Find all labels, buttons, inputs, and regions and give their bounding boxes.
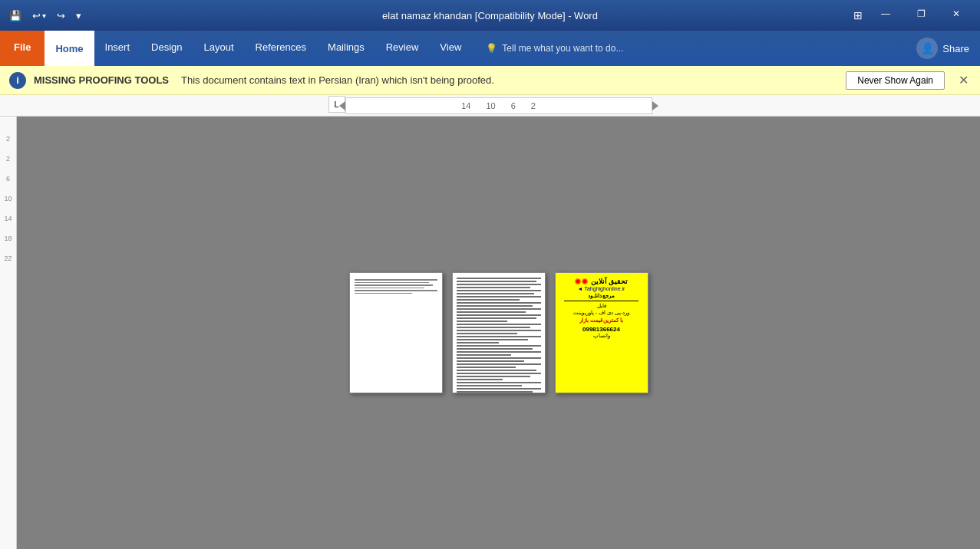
window-title: elat namaz khandan [Compatibility Mode] … xyxy=(382,10,598,21)
text-line xyxy=(457,382,541,383)
title-bar: 💾 ↩ ▾ ↪ ▾ elat namaz khandan [Compatibil… xyxy=(0,0,980,31)
text-line xyxy=(457,299,520,301)
text-line xyxy=(457,308,541,310)
notification-bar: i MISSING PROOFING TOOLS This document c… xyxy=(0,66,980,95)
save-button[interactable]: 💾 xyxy=(6,8,25,23)
tab-review[interactable]: Review xyxy=(375,31,430,66)
text-line xyxy=(457,278,541,279)
text-line xyxy=(457,363,541,365)
page-thumbnail-2 xyxy=(452,272,546,393)
never-show-again-button[interactable]: Never Show Again xyxy=(846,71,945,90)
tab-mailings[interactable]: Mailings xyxy=(317,31,375,66)
text-line xyxy=(457,370,537,371)
text-line xyxy=(457,333,517,334)
text-line xyxy=(457,367,516,368)
text-line xyxy=(457,321,507,322)
quick-access-toolbar: 💾 ↩ ▾ ↪ ▾ xyxy=(6,8,84,23)
tell-me-text: Tell me what you want to do... xyxy=(502,43,623,54)
ad-price-text: با کمترین قیمت بازار xyxy=(579,317,624,324)
text-line xyxy=(457,379,503,380)
text-line xyxy=(457,373,541,374)
tab-design[interactable]: Design xyxy=(140,31,193,66)
notification-close-button[interactable]: ✕ xyxy=(955,73,971,88)
ad-line1: فایل xyxy=(597,303,606,309)
window-controls: — ❐ ✕ xyxy=(868,2,974,25)
text-line xyxy=(457,324,541,325)
page3-ad-content: تحقیق آنلاین Tahghighonline.ir ◄ مرجع دا… xyxy=(556,273,648,393)
text-line xyxy=(457,342,499,344)
notification-title: MISSING PROOFING TOOLS xyxy=(34,74,169,86)
customize-qat-button[interactable]: ▾ xyxy=(73,8,84,23)
page1-content xyxy=(350,273,442,301)
restore-button[interactable]: ❐ xyxy=(903,2,939,25)
info-icon: i xyxy=(9,72,26,89)
text-line xyxy=(457,293,534,294)
ruler-left-marker xyxy=(339,101,345,110)
user-icon: 👤 xyxy=(916,38,938,59)
share-button[interactable]: 👤 Share xyxy=(906,31,980,66)
tab-layout[interactable]: Layout xyxy=(193,31,245,66)
horizontal-ruler: L 14 10 6 2 xyxy=(0,95,980,117)
tab-references[interactable]: References xyxy=(245,31,317,66)
text-line xyxy=(457,385,523,386)
text-line xyxy=(457,302,541,304)
ribbon: File Home Insert Design Layout Reference… xyxy=(0,31,980,66)
text-line xyxy=(457,296,541,298)
ad-title: تحقیق آنلاین xyxy=(591,278,629,285)
text-line xyxy=(457,317,537,319)
props-icon: ⊞ xyxy=(850,7,866,24)
text-line xyxy=(457,336,541,337)
ad-contact-label: واتساپ xyxy=(593,333,610,339)
ruler-scale: 14 10 6 2 xyxy=(345,97,652,114)
text-line xyxy=(355,293,413,294)
share-label: Share xyxy=(942,43,969,54)
ad-line2: ورد-پی دی اف - پاورپوینت xyxy=(573,310,629,316)
text-line xyxy=(457,357,541,359)
text-line xyxy=(457,354,512,356)
text-line xyxy=(457,345,541,347)
page-thumbnail-1 xyxy=(349,272,443,393)
page-thumbnail-3: تحقیق آنلاین Tahghighonline.ir ◄ مرجع دا… xyxy=(555,272,648,393)
flower-icon xyxy=(575,278,581,284)
text-line xyxy=(355,279,437,281)
tab-view[interactable]: View xyxy=(429,31,472,66)
text-line xyxy=(457,330,541,331)
text-line xyxy=(457,388,541,390)
text-line xyxy=(457,284,541,285)
text-line xyxy=(457,376,531,377)
minimize-button[interactable]: — xyxy=(868,2,903,25)
main-area: 2 2 6 10 14 18 22 xyxy=(0,117,980,549)
lightbulb-icon: 💡 xyxy=(486,43,497,54)
pages-container: تحقیق آنلاین Tahghighonline.ir ◄ مرجع دا… xyxy=(349,272,648,393)
text-line xyxy=(457,327,531,328)
text-line xyxy=(355,284,434,286)
tab-home[interactable]: Home xyxy=(45,31,94,66)
ad-website: Tahghighonline.ir ◄ xyxy=(578,286,625,291)
ad-subtitle: مرجع دانلـود xyxy=(588,293,615,299)
info-icon-label: i xyxy=(16,74,19,86)
text-line xyxy=(457,311,526,313)
close-button[interactable]: ✕ xyxy=(939,2,974,25)
tab-insert[interactable]: Insert xyxy=(94,31,141,66)
tell-me-field[interactable]: 💡 Tell me what you want to do... xyxy=(478,31,631,66)
tab-file[interactable]: File xyxy=(0,31,45,66)
text-line xyxy=(457,290,541,291)
ad-flowers xyxy=(575,278,588,284)
text-line xyxy=(355,290,437,291)
flower-icon xyxy=(582,278,588,284)
undo-button[interactable]: ↩ ▾ xyxy=(29,8,49,23)
page2-content xyxy=(453,273,545,393)
text-line xyxy=(355,282,429,284)
ad-phone: 09981366624 xyxy=(582,326,620,333)
text-line xyxy=(457,351,541,353)
redo-button[interactable]: ↪ xyxy=(54,8,68,23)
text-line xyxy=(355,288,425,289)
ad-header: تحقیق آنلاین xyxy=(575,278,629,285)
text-line xyxy=(457,305,533,307)
ruler-right-marker xyxy=(652,101,658,110)
text-line xyxy=(457,281,537,282)
text-line xyxy=(457,339,529,340)
text-line xyxy=(457,360,524,362)
text-line xyxy=(457,391,533,393)
document-canvas[interactable]: تحقیق آنلاین Tahghighonline.ir ◄ مرجع دا… xyxy=(17,117,980,549)
